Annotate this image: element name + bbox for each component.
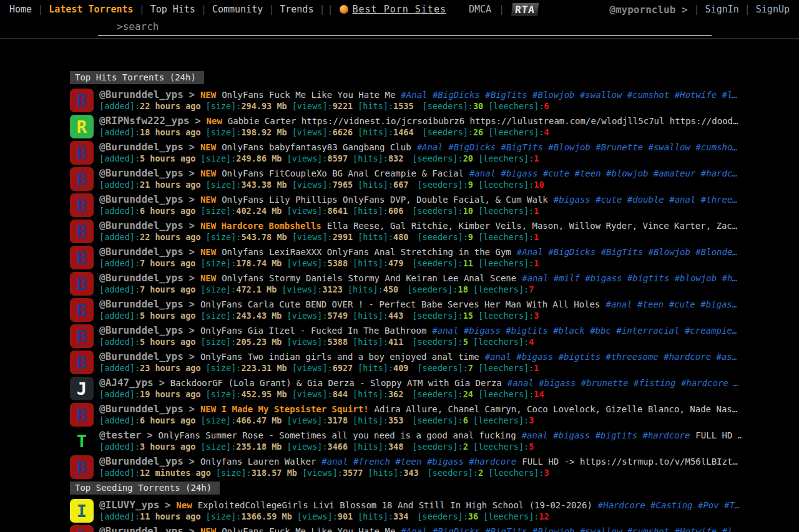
nav-item-latest-torrents[interactable]: Latest Torrents — [49, 4, 133, 15]
torrent-stats: [added]:5 hours ago[size]:249.86 Mb[view… — [99, 153, 742, 165]
torrent-title[interactable]: Gabbie Carter https://vidnest.io/jcrsoib… — [228, 116, 738, 126]
torrent-title[interactable]: Adira Allure, Chanel Camryn, Coco Lovelo… — [375, 404, 738, 414]
torrent-title[interactable]: OnlyFans Two indian girls and a boy enjo… — [200, 352, 479, 362]
torrent-title[interactable]: ExploitedCollegeGirls Livi Blossom 18 An… — [198, 500, 592, 510]
torrent-tags[interactable]: #bigass #cute #double #anal #three… — [554, 195, 738, 205]
uploader-name[interactable]: @Burunddel_yps — [99, 298, 184, 310]
search-input[interactable] — [98, 19, 712, 36]
best-porn-sites-label[interactable]: Best Porn Sites — [353, 4, 446, 15]
torrent-tags[interactable]: #anal #french #teen #bigass #hardcore — [321, 457, 516, 467]
uploader-avatar[interactable]: B — [70, 351, 94, 374]
torrent-title-line: @AJ47_yps>BackdoorGF (Lola Grant) & Gia … — [99, 377, 742, 389]
stat-hits: [hits]:450 — [348, 284, 398, 294]
torrent-title[interactable]: OnlyFans Gia Itzel - Fucked In The Bathr… — [200, 326, 426, 336]
new-badge: NEW — [200, 247, 216, 257]
uploader-avatar[interactable]: B — [70, 167, 94, 191]
torrent-title[interactable]: OnlyFans Carla Cute BEND OVER ! - Perfec… — [200, 299, 600, 309]
torrent-tags[interactable]: #anal #bigass #brunette #fisting #hardco… — [507, 378, 739, 388]
torrent-title[interactable]: Onlyfans LexiRaeXXX OnlyFans Anal Stretc… — [222, 247, 511, 257]
uploader-name[interactable]: @Burunddel_yps — [99, 246, 184, 258]
uploader-avatar[interactable]: R — [70, 115, 94, 138]
torrent-tags[interactable]: #anal #bigass #bigtits #threesome #hardc… — [485, 352, 738, 362]
uploader-avatar[interactable]: J — [70, 377, 94, 400]
uploader-avatar[interactable]: B — [70, 403, 94, 427]
divider: | — [327, 4, 333, 15]
nav-item-community[interactable]: Community — [212, 4, 263, 15]
torrent-tags[interactable]: #Anal #BigDicks #BigTits #Blowjob #swall… — [401, 526, 737, 532]
torrent-info: @AJ47_yps>BackdoorGF (Lola Grant) & Gia … — [99, 377, 742, 400]
nav-item-trends[interactable]: Trends — [280, 4, 313, 15]
torrent-info: @Burunddel_yps>NEWOnlyFans babyfantasy83… — [99, 141, 742, 165]
nav-item-top-hits[interactable]: Top Hits — [150, 4, 195, 15]
uploader-name[interactable]: @Burunddel_yps — [99, 272, 184, 284]
torrent-title[interactable]: Onlyfans Lauren Walker — [200, 457, 316, 467]
signup-link[interactable]: SignUp — [756, 4, 790, 15]
stat-hits: [hits]:443 — [353, 311, 403, 321]
torrent-tags[interactable]: #anal #teen #cute #bigas… — [605, 299, 737, 309]
stat-leechers: [leechers]:5 — [473, 442, 534, 452]
uploader-name[interactable]: @ILUVY_yps — [99, 499, 159, 511]
uploader-avatar[interactable]: B — [70, 89, 94, 112]
torrent-title[interactable]: BackdoorGF (Lola Grant) & Gia Derza - Sl… — [170, 378, 502, 388]
stat-hits: [hits]:334 — [358, 511, 408, 521]
uploader-avatar[interactable]: B — [70, 324, 94, 348]
uploader-name[interactable]: @Burunddel_yps — [99, 351, 184, 362]
torrent-tags[interactable]: #anal #bigass #bigtits #black #bbc #inte… — [432, 326, 737, 336]
torrent-title[interactable]: Ella Reese, Gal Ritchie, Kimber Veils, M… — [327, 221, 737, 231]
best-porn-sites-link[interactable]: Best Porn Sites — [340, 4, 446, 15]
uploader-avatar[interactable]: B — [70, 298, 94, 322]
uploader-name[interactable]: @Burunddel_yps — [99, 324, 184, 336]
uploader-avatar[interactable]: B — [70, 220, 94, 243]
torrent-tags[interactable]: #Hardcore #Casting #Pov #T… — [598, 500, 740, 510]
uploader-avatar[interactable]: I — [70, 499, 94, 523]
uploader-name[interactable]: @Burunddel_yps — [99, 525, 184, 532]
uploader-avatar[interactable]: B — [70, 272, 94, 296]
torrent-tags[interactable]: #Anal #BigDicks #BigTits #Blowjob #swall… — [401, 90, 737, 100]
torrent-stats: [added]:6 hours ago[size]:466.47 Mb[view… — [99, 415, 742, 427]
torrent-title[interactable]: OnlyFans Lily Phillips OnlyFans DVP, Dou… — [222, 195, 548, 205]
nav-item-home[interactable]: Home — [9, 4, 32, 15]
account-label[interactable]: @mypornclub > — [609, 4, 687, 16]
stat-hits: [hits]:479 — [353, 258, 403, 268]
uploader-name[interactable]: @Burunddel_yps — [99, 403, 184, 415]
torrent-title[interactable]: Onlyfans Stormy Daniels Stormy And Keira… — [222, 273, 516, 283]
uploader-name[interactable]: @Burunddel_yps — [99, 193, 184, 205]
torrent-tags[interactable]: #anal #bigass #cute #teen #blowjob #amat… — [469, 168, 738, 178]
torrent-tags[interactable]: #anal #milf #bigass #bigtits #blowjob #h… — [522, 273, 738, 283]
uploader-name[interactable]: @tester — [99, 429, 141, 441]
torrent-info: @Burunddel_yps>NEW Hardcore BombshellsEl… — [99, 220, 742, 243]
torrent-tags[interactable]: #Anal #BigDicks #BigTits #Blowjob #Brune… — [417, 142, 738, 152]
uploader-avatar[interactable]: B — [70, 193, 94, 217]
torrent-tags[interactable]: #Anal #BigDicks #BigTits #Blowjob #Blond… — [517, 247, 738, 257]
uploader-avatar[interactable]: B — [70, 455, 94, 479]
uploader-name[interactable]: @Burunddel_yps — [99, 455, 184, 467]
torrent-suffix: FULL HD … — [695, 430, 742, 440]
torrent-title-line: @Burunddel_yps>NEWOnlyFans babyfantasy83… — [99, 141, 742, 153]
uploader-name[interactable]: @AJ47_yps — [99, 377, 154, 389]
uploader-name[interactable]: @Burunddel_yps — [99, 89, 184, 100]
nav-right: @mypornclub > | SignIn | SignUp — [609, 4, 794, 16]
torrent-tags[interactable]: #anal #bigass #bigtits #hardcore — [522, 430, 690, 440]
uploader-name[interactable]: @Burunddel_yps — [99, 141, 184, 153]
uploader-avatar[interactable]: B — [70, 246, 94, 269]
dmca-link[interactable]: DMCA — [469, 4, 491, 15]
uploader-name[interactable]: @Burunddel_yps — [99, 220, 184, 231]
torrent-title[interactable]: OnlyFans Fuck Me Like You Hate Me — [222, 526, 395, 532]
torrent-info: @Burunddel_yps>NEW I Made My Stepsister … — [99, 403, 742, 427]
stat-seeders: [seeders]:6 — [412, 415, 468, 425]
stat-size: [size]:343.38 Mb — [206, 180, 287, 190]
rta-logo[interactable]: RTA — [511, 3, 539, 16]
uploader-name[interactable]: @RIPNsfw222_yps — [99, 115, 190, 127]
uploader-name[interactable]: @Burunddel_yps — [99, 167, 184, 179]
torrent-title[interactable]: OnlyFans Fuck Me Like You Hate Me — [222, 90, 395, 100]
uploader-avatar[interactable]: B — [70, 141, 94, 165]
signin-link[interactable]: SignIn — [705, 4, 739, 15]
torrent-suffix: FULL HD -> https://strmup.to/v/M56lLBIzt… — [522, 457, 738, 467]
torrent-title[interactable]: OnlyFans babyfantasy83 Gangbang Club — [222, 142, 411, 152]
uploader-avatar[interactable]: B — [70, 525, 94, 532]
torrent-title[interactable]: OnlyFans FitCoupleXo BG Anal Creampie & … — [222, 168, 464, 178]
uploader-avatar[interactable]: T — [70, 429, 94, 453]
separator-chevron: > — [189, 526, 195, 532]
new-badge: NEW — [200, 273, 216, 283]
torrent-title[interactable]: OnlyFans Summer Rose - Sometimes all you… — [158, 430, 516, 440]
